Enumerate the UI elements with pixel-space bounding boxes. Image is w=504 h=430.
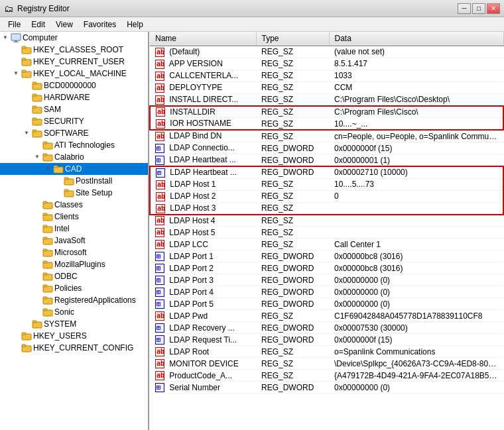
- tree-item-intel[interactable]: Intel: [0, 223, 148, 235]
- table-row[interactable]: ab ProductCode_A...REG_SZ{A479172B-4D49-…: [150, 370, 503, 382]
- menu-view[interactable]: View: [50, 19, 78, 30]
- svg-rect-14: [32, 106, 36, 108]
- tree-expander[interactable]: [11, 331, 21, 341]
- tree-item-policies[interactable]: Policies: [0, 282, 148, 294]
- menu-favorites[interactable]: Favorites: [78, 19, 121, 30]
- table-row[interactable]: ab DEPLOYTYPEREG_SZCCM: [150, 81, 503, 93]
- tree-expander[interactable]: ▼: [11, 68, 21, 79]
- table-row[interactable]: ⊞ LDAP Connectio...REG_DWORD0x0000000f (…: [150, 142, 503, 154]
- tree-expander[interactable]: [32, 247, 42, 258]
- tree-item-hklm[interactable]: ▼ HKEY_LOCAL_MACHINE: [0, 68, 148, 80]
- tree-expander[interactable]: [11, 44, 21, 55]
- tree-expander[interactable]: [21, 319, 32, 329]
- tree-item-hardware[interactable]: HARDWARE: [0, 91, 148, 103]
- maximize-button[interactable]: □: [472, 3, 485, 14]
- tree-item-postinstall[interactable]: PostInstall: [0, 175, 148, 187]
- menu-file[interactable]: File: [3, 19, 26, 30]
- tree-expander[interactable]: [32, 223, 42, 234]
- table-row[interactable]: ⊞ LDAP Heartbeat ...REG_DWORD0x00002710 …: [150, 166, 503, 178]
- table-row[interactable]: ab CALLCENTERLA...REG_SZ1033: [150, 70, 503, 81]
- tree-item-calabrio[interactable]: ▼ Calabrio: [0, 151, 148, 163]
- table-row[interactable]: ab LDAP Host 4REG_SZ: [150, 215, 503, 227]
- menu-help[interactable]: Help: [121, 19, 149, 30]
- table-row[interactable]: ⊞ LDAP Heartbeat ...REG_DWORD0x00000001 …: [150, 154, 503, 166]
- close-button[interactable]: ✕: [487, 3, 500, 14]
- table-row[interactable]: ab LDAP Host 2REG_SZ0: [150, 190, 503, 202]
- table-row[interactable]: ab MONITOR DEVICEREG_SZ\Device\Splkpc_{4…: [150, 358, 503, 370]
- tree-expander[interactable]: [21, 104, 32, 115]
- col-header-type[interactable]: Type: [256, 32, 329, 46]
- col-header-name[interactable]: Name: [150, 32, 256, 46]
- tree-item-hku[interactable]: HKEY_USERS: [0, 330, 148, 342]
- minimize-button[interactable]: ─: [458, 3, 471, 14]
- tree-item-registeredapps[interactable]: RegisteredApplications: [0, 294, 148, 306]
- tree-item-javascoft[interactable]: JavaSoft: [0, 235, 148, 246]
- tree-expander[interactable]: [32, 235, 42, 246]
- tree-item-hkcr[interactable]: HKEY_CLASSES_ROOT: [0, 44, 148, 56]
- tree-expander[interactable]: [21, 116, 32, 127]
- tree-expander[interactable]: [32, 140, 42, 150]
- table-row[interactable]: ab IOR HOSTNAMEREG_SZ10....~_...: [150, 118, 503, 130]
- tree-expander[interactable]: ▼: [0, 32, 11, 43]
- table-row[interactable]: ⊞ LDAP Port 4REG_DWORD0x00000000 (0): [150, 286, 503, 298]
- reg-type-cell: REG_SZ: [256, 130, 329, 142]
- tree-item-ati[interactable]: ATI Technologies: [0, 139, 148, 151]
- table-row[interactable]: ab LDAP LCCREG_SZCall Center 1: [150, 239, 503, 250]
- tree-item-system[interactable]: SYSTEM: [0, 318, 148, 330]
- table-row[interactable]: ab (Default)REG_SZ(value not set): [150, 46, 503, 58]
- tree-expander[interactable]: [32, 307, 42, 317]
- table-row[interactable]: ab INSTALLDIRREG_SZC:\Program Files\Cisc…: [150, 106, 503, 118]
- reg-name-text: LDAP Host 1: [168, 180, 216, 189]
- tree-item-sonic[interactable]: Sonic: [0, 306, 148, 318]
- tree-item-security[interactable]: SECURITY: [0, 115, 148, 127]
- table-row[interactable]: ab LDAP Bind DNREG_SZcn=People, ou=Peopl…: [150, 130, 503, 142]
- tree-expander[interactable]: [11, 343, 21, 353]
- menu-edit[interactable]: Edit: [26, 19, 50, 30]
- table-row[interactable]: ⊞ LDAP Port 2REG_DWORD0x00000bc8 (3016): [150, 262, 503, 274]
- tree-expander[interactable]: [32, 259, 42, 270]
- table-row[interactable]: ab INSTALL DIRECT...REG_SZC:\Program Fil…: [150, 93, 503, 105]
- tree-expander[interactable]: [21, 92, 32, 103]
- tree-item-odbc[interactable]: ODBC: [0, 270, 148, 282]
- tree-expander[interactable]: [11, 56, 21, 67]
- table-row[interactable]: ab LDAP Host 5REG_SZ: [150, 227, 503, 239]
- tree-expander[interactable]: [32, 283, 42, 294]
- table-row[interactable]: ⊞ LDAP Port 5REG_DWORD0x00000000 (0): [150, 298, 503, 310]
- table-row[interactable]: ab LDAP PwdREG_SZC1F69042848A045778D1A78…: [150, 310, 503, 322]
- tree-item-hkcc[interactable]: HKEY_CURRENT_CONFIG: [0, 342, 148, 354]
- table-row[interactable]: ⊞ Serial NumberREG_DWORD0x00000000 (0): [150, 382, 503, 394]
- tree-panel[interactable]: ▼Computer HKEY_CLASSES_ROOT HKEY_CURRENT…: [0, 32, 149, 430]
- tree-item-clients[interactable]: Clients: [0, 211, 148, 223]
- tree-expander[interactable]: [53, 188, 64, 198]
- tree-expander[interactable]: ▼: [42, 164, 53, 174]
- tree-expander[interactable]: [32, 199, 42, 210]
- tree-item-software[interactable]: ▼ SOFTWARE: [0, 127, 148, 139]
- tree-expander[interactable]: [32, 271, 42, 282]
- tree-item-sam[interactable]: SAM: [0, 103, 148, 115]
- tree-item-sitesetup[interactable]: Site Setup: [0, 187, 148, 199]
- tree-item-cad[interactable]: ▼ CAD: [0, 163, 148, 175]
- table-row[interactable]: ⊞ LDAP Port 3REG_DWORD0x00000000 (0): [150, 274, 503, 286]
- table-row[interactable]: ab LDAP RootREG_SZo=Spanlink Communicati…: [150, 346, 503, 358]
- registry-panel[interactable]: Name Type Data ab (Default)REG_SZ(value …: [149, 32, 504, 430]
- tree-item-classes[interactable]: Classes: [0, 199, 148, 211]
- table-row[interactable]: ab LDAP Host 3REG_SZ: [150, 202, 503, 214]
- tree-expander[interactable]: [53, 176, 64, 186]
- table-row[interactable]: ⊞ LDAP Recovery ...REG_DWORD0x00007530 (…: [150, 322, 503, 334]
- tree-expander[interactable]: ▼: [21, 128, 32, 138]
- tree-item-mozillaplugins[interactable]: MozillaPlugins: [0, 258, 148, 270]
- tree-item-computer[interactable]: ▼Computer: [0, 32, 148, 44]
- tree-expander[interactable]: ▼: [32, 152, 42, 162]
- tree-item-hkcu[interactable]: HKEY_CURRENT_USER: [0, 56, 148, 68]
- tree-expander[interactable]: [32, 211, 42, 222]
- table-row[interactable]: ⊞ LDAP Request Ti...REG_DWORD0x0000000f …: [150, 334, 503, 346]
- tree-expander[interactable]: [32, 295, 42, 305]
- table-row[interactable]: ab LDAP Host 1REG_SZ10....5....73: [150, 178, 503, 190]
- table-row[interactable]: ab APP VERSIONREG_SZ8.5.1.417: [150, 58, 503, 70]
- folder-icon: [42, 247, 53, 258]
- table-row[interactable]: ⊞ LDAP Port 1REG_DWORD0x00000bc8 (3016): [150, 250, 503, 262]
- tree-item-microsoft[interactable]: Microsoft: [0, 246, 148, 258]
- tree-expander[interactable]: [21, 80, 32, 91]
- col-header-data[interactable]: Data: [329, 32, 503, 46]
- tree-item-bcd[interactable]: BCD00000000: [0, 80, 148, 91]
